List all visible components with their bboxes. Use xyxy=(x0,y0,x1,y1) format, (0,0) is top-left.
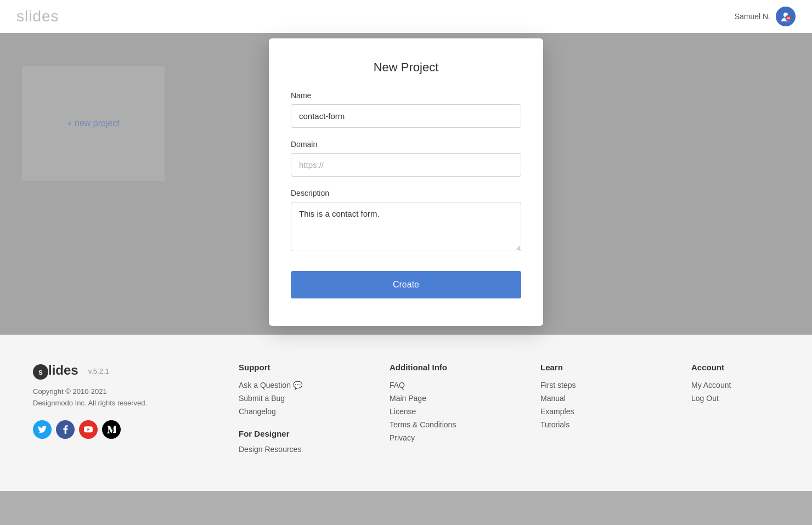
domain-label: Domain xyxy=(291,140,521,149)
account-title: Account xyxy=(691,363,779,372)
footer-learn-col: Learn First steps Manual Examples Tutori… xyxy=(540,363,628,458)
avatar[interactable] xyxy=(776,7,796,26)
twitter-icon[interactable] xyxy=(33,420,52,439)
name-input[interactable] xyxy=(291,104,521,128)
submit-bug-link[interactable]: Submit a Bug xyxy=(239,394,326,403)
manual-link[interactable]: Manual xyxy=(540,394,628,403)
tutorials-link[interactable]: Tutorials xyxy=(540,420,628,429)
footer-logo-text: slides xyxy=(33,363,78,380)
footer-copyright: Copyright © 2010-2021 Designmodo Inc. Al… xyxy=(33,386,176,409)
ask-question-link[interactable]: Ask a Question 💬 xyxy=(239,381,326,389)
faq-link[interactable]: FAQ xyxy=(390,381,477,389)
facebook-icon[interactable] xyxy=(56,420,75,439)
modal-title: New Project xyxy=(291,60,521,75)
main-page-link[interactable]: Main Page xyxy=(390,394,477,403)
topbar: slides Samuel N. xyxy=(0,0,812,33)
privacy-link[interactable]: Privacy xyxy=(390,433,477,442)
create-button[interactable]: Create xyxy=(291,271,521,298)
footer-additional-col: Additional Info FAQ Main Page License Te… xyxy=(390,363,477,458)
new-project-modal: New Project Name Domain Description This… xyxy=(269,38,543,326)
additional-title: Additional Info xyxy=(390,363,477,372)
domain-input[interactable] xyxy=(291,153,521,177)
social-icons xyxy=(33,420,176,439)
design-resources-link[interactable]: Design Resources xyxy=(239,445,326,454)
examples-link[interactable]: Examples xyxy=(540,407,628,416)
footer-version: v.5.2.1 xyxy=(88,367,109,375)
footer-brand: slides v.5.2.1 Copyright © 2010-2021 Des… xyxy=(33,363,176,458)
first-steps-link[interactable]: First steps xyxy=(540,381,628,389)
my-account-link[interactable]: My Account xyxy=(691,381,779,389)
description-group: Description This is a contact form. xyxy=(291,189,521,253)
topbar-logo: slides xyxy=(16,8,59,25)
learn-title: Learn xyxy=(540,363,628,372)
description-label: Description xyxy=(291,189,521,197)
main-area: + new project New Project Name Domain De… xyxy=(0,33,812,335)
footer-logo-icon: s xyxy=(33,364,48,380)
for-designer-title: For Designer xyxy=(239,429,326,438)
name-label: Name xyxy=(291,91,521,100)
changelog-link[interactable]: Changelog xyxy=(239,407,326,416)
footer-account-col: Account My Account Log Out xyxy=(691,363,779,458)
name-group: Name xyxy=(291,91,521,128)
license-link[interactable]: License xyxy=(390,407,477,416)
footer-support-col: Support Ask a Question 💬 Submit a Bug Ch… xyxy=(239,363,326,458)
domain-group: Domain xyxy=(291,140,521,177)
topbar-username: Samuel N. xyxy=(735,12,770,21)
terms-link[interactable]: Terms & Conditions xyxy=(390,420,477,429)
modal-wrapper: New Project Name Domain Description This… xyxy=(0,33,812,335)
topbar-user: Samuel N. xyxy=(735,7,796,26)
footer-inner: slides v.5.2.1 Copyright © 2010-2021 Des… xyxy=(33,363,779,458)
medium-icon[interactable] xyxy=(102,420,121,439)
footer: slides v.5.2.1 Copyright © 2010-2021 Des… xyxy=(0,335,812,491)
description-textarea[interactable]: This is a contact form. xyxy=(291,202,521,251)
footer-brand-logo: slides v.5.2.1 xyxy=(33,363,176,380)
youtube-icon[interactable] xyxy=(79,420,98,439)
support-title: Support xyxy=(239,363,326,372)
log-out-link[interactable]: Log Out xyxy=(691,394,779,403)
